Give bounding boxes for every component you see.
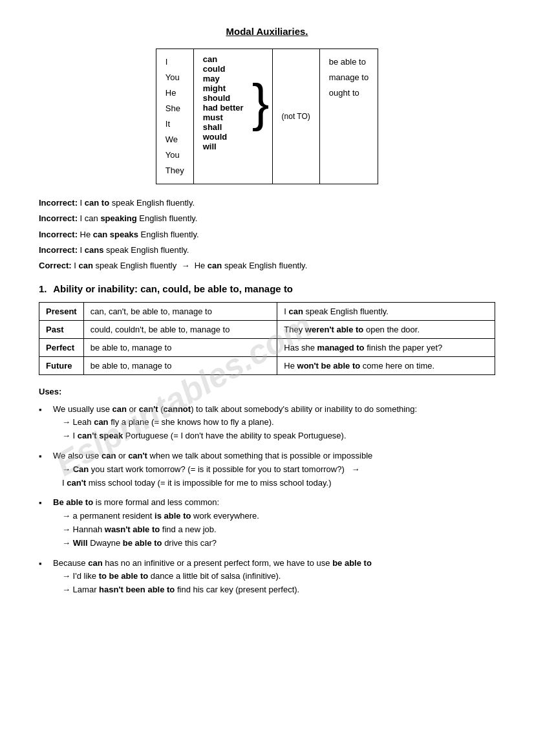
alternatives-column: be able tomanage toought to: [319, 49, 378, 184]
tense-future: Future: [39, 356, 84, 374]
bullet-icon-2: ▪: [39, 450, 49, 464]
bullet-1-line-1: → Leah can fly a plane (= she knows how …: [53, 416, 495, 429]
bullet-2-line-2: I can't miss school today (= it is impos…: [53, 477, 495, 490]
uses-bullet-3: ▪ Be able to is more formal and less com…: [39, 496, 495, 550]
perfect-example: Has she managed to finish the paper yet?: [277, 338, 495, 356]
tense-perfect: Perfect: [39, 338, 84, 356]
uses-bullet-4: ▪ Because can has no an infinitive or a …: [39, 557, 495, 597]
modal-auxiliaries-table: IYouHeSheItWeYouThey can could may might…: [156, 49, 378, 184]
bullet-3-line-1: → a permanent resident is able to work e…: [53, 510, 495, 523]
present-forms: can, can't, be able to, manage to: [83, 302, 277, 320]
table-row-future: Future be able to, manage to He won't be…: [39, 356, 495, 374]
bullet-1-line-2: → I can't speak Portuguese (= I don't ha…: [53, 429, 495, 443]
modal-table-wrapper: IYouHeSheItWeYouThey can could may might…: [39, 49, 495, 184]
table-row-perfect: Perfect be able to, manage to Has she ma…: [39, 338, 495, 356]
uses-title: Uses:: [39, 385, 495, 399]
uses-bullet-2: ▪ We also use can or can't when we talk …: [39, 449, 495, 490]
correct-1: Correct: I can speak English fluently → …: [39, 259, 495, 273]
tense-past: Past: [39, 320, 84, 338]
table-row-present: Present can, can't, be able to, manage t…: [39, 302, 495, 320]
incorrect-examples: Incorrect: I can to speak English fluent…: [39, 196, 495, 272]
future-example: He won't be able to come here on time.: [277, 356, 495, 374]
uses-section: Uses: ▪ We usually use can or can't (can…: [39, 385, 495, 597]
tense-present: Present: [39, 302, 84, 320]
page-title: Modal Auxiliaries.: [39, 26, 495, 37]
bullet-4-line-2: → Lamar hasn't been able to find his car…: [53, 583, 495, 597]
bullet-icon-4: ▪: [39, 557, 49, 571]
past-forms: could, couldn't, be able to, manage to: [83, 320, 277, 338]
bullet-4-line-1: → I'd like to be able to dance a little …: [53, 570, 495, 583]
incorrect-3: Incorrect: He can speaks English fluentl…: [39, 228, 495, 242]
modals-column: can could may might should had better mu…: [193, 49, 272, 184]
bullet-content-2: We also use can or can't when we talk ab…: [53, 449, 495, 490]
future-forms: be able to, manage to: [83, 356, 277, 374]
incorrect-1: Incorrect: I can to speak English fluent…: [39, 196, 495, 210]
ability-table: Present can, can't, be able to, manage t…: [39, 302, 495, 375]
section1-heading: 1. Ability or inability: can, could, be …: [39, 283, 495, 294]
past-example: They weren't able to open the door.: [277, 320, 495, 338]
present-example: I can speak English fluently.: [277, 302, 495, 320]
not-to-column: (not TO): [272, 49, 319, 184]
incorrect-2: Incorrect: I can speaking English fluent…: [39, 211, 495, 226]
incorrect-4: Incorrect: I cans speak English fluently…: [39, 243, 495, 257]
subjects-column: IYouHeSheItWeYouThey: [156, 49, 193, 184]
bullet-icon-1: ▪: [39, 404, 49, 417]
bullet-2-line-1: → Can you start work tomorrow? (= is it …: [53, 463, 495, 477]
bullet-content-4: Because can has no an infinitive or a pr…: [53, 557, 495, 597]
bullet-content-3: Be able to is more formal and less commo…: [53, 496, 495, 550]
section1-number: 1.: [39, 283, 47, 294]
table-row-past: Past could, couldn't, be able to, manage…: [39, 320, 495, 338]
bullet-3-line-3: → Will Dwayne be able to drive this car?: [53, 537, 495, 550]
bullet-3-line-2: → Hannah wasn't able to find a new job.: [53, 523, 495, 537]
bullet-icon-3: ▪: [39, 497, 49, 510]
uses-bullet-1: ▪ We usually use can or can't (cannot) t…: [39, 403, 495, 443]
perfect-forms: be able to, manage to: [83, 338, 277, 356]
bullet-content-1: We usually use can or can't (cannot) to …: [53, 403, 495, 443]
section1-title: Ability or inability: can, could, be abl…: [53, 283, 293, 294]
